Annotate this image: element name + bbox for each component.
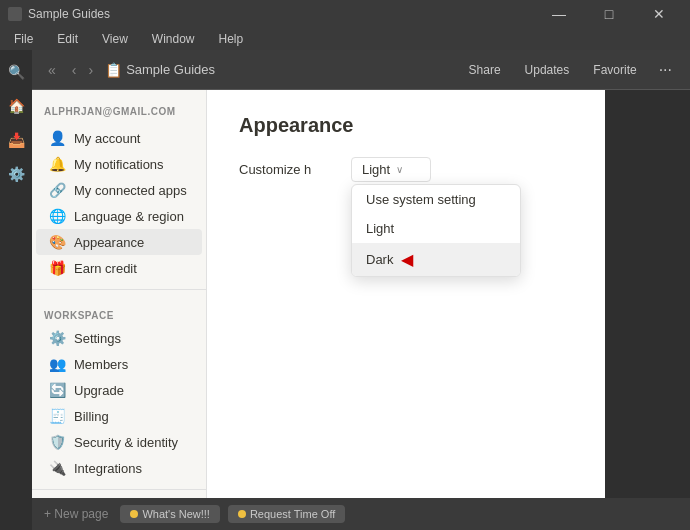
theme-current-value: Light [362,162,390,177]
maximize-button[interactable]: □ [586,0,632,28]
sidebar-item-connected-apps[interactable]: 🔗 My connected apps [36,177,202,203]
menu-file[interactable]: File [8,30,39,48]
sidebar-item-earn-credit[interactable]: 🎁 Earn credit [36,255,202,281]
favorite-button[interactable]: Favorite [585,60,644,80]
right-panel [605,90,690,498]
sidebar-item-account[interactable]: 👤 My account [36,125,202,151]
app-icon [8,7,22,21]
account-label: My account [74,131,140,146]
breadcrumb: 📋 Sample Guides [105,62,452,78]
back-button[interactable]: ‹ [68,60,81,80]
bottom-bar: + New page What's New!!! Request Time Of… [32,498,690,530]
sidebar-divider-2 [32,489,206,490]
customize-label: Customize h [239,162,339,177]
menu-help[interactable]: Help [213,30,250,48]
share-button[interactable]: Share [461,60,509,80]
billing-icon: 🧾 [48,408,66,424]
new-page-button[interactable]: + New page [44,507,108,521]
sidebar-item-billing[interactable]: 🧾 Billing [36,403,202,429]
tab-dot-whats-new [130,510,138,518]
connected-apps-label: My connected apps [74,183,187,198]
sidebar-item-notifications[interactable]: 🔔 My notifications [36,151,202,177]
settings-label: Settings [74,331,121,346]
theme-dropdown-menu: Use system setting Light Dark ◀ [351,184,521,277]
sidebar-icon-inbox[interactable]: 📥 [2,126,30,154]
sidebar-item-appearance[interactable]: 🎨 Appearance [36,229,202,255]
upgrade-icon: 🔄 [48,382,66,398]
sidebar-icon-search[interactable]: 🔍 [2,58,30,86]
tab-whats-new[interactable]: What's New!!! [120,505,220,523]
nav-arrows: ‹ › [68,60,97,80]
sidebar-icon-home[interactable]: 🏠 [2,92,30,120]
dropdown-item-dark[interactable]: Dark ◀ [352,243,520,276]
top-nav: « ‹ › 📋 Sample Guides Share Updates Favo… [32,50,690,90]
page-icon: 📋 [105,62,122,78]
integrations-icon: 🔌 [48,460,66,476]
security-icon: 🛡️ [48,434,66,450]
security-label: Security & identity [74,435,178,450]
minimize-button[interactable]: — [536,0,582,28]
settings-page-title: Appearance [239,114,573,137]
new-page-label: + New page [44,507,108,521]
menu-bar: File Edit View Window Help [0,28,690,50]
user-email: ALPHRJAN@GMAIL.COM [32,102,206,125]
upgrade-label: Upgrade [74,383,124,398]
menu-view[interactable]: View [96,30,134,48]
members-icon: 👥 [48,356,66,372]
updates-button[interactable]: Updates [517,60,578,80]
sidebar-item-language[interactable]: 🌐 Language & region [36,203,202,229]
tab-dot-request [238,510,246,518]
tab-whats-new-label: What's New!!! [142,508,210,520]
page-title: Sample Guides [126,62,215,77]
account-icon: 👤 [48,130,66,146]
content-pane: ALPHRJAN@GMAIL.COM 👤 My account 🔔 My not… [32,90,690,498]
sidebar-item-security[interactable]: 🛡️ Security & identity [36,429,202,455]
tab-request-label: Request Time Off [250,508,335,520]
page-tabs: What's New!!! Request Time Off [120,505,678,523]
title-bar: Sample Guides — □ ✕ [0,0,690,28]
app-container: 🔍 🏠 📥 ⚙️ « ‹ › 📋 Sample Guides Share Upd… [0,50,690,530]
language-icon: 🌐 [48,208,66,224]
settings-icon: ⚙️ [48,330,66,346]
menu-window[interactable]: Window [146,30,201,48]
forward-button[interactable]: › [84,60,97,80]
workspace-section-label: WORKSPACE [32,298,206,325]
settings-main: Appearance Customize h Light ∨ Use syste… [207,90,605,498]
dropdown-item-system[interactable]: Use system setting [352,185,520,214]
notifications-label: My notifications [74,157,164,172]
settings-sidebar: ALPHRJAN@GMAIL.COM 👤 My account 🔔 My not… [32,90,207,498]
app-title: Sample Guides [28,7,110,21]
more-options-button[interactable]: ··· [653,59,678,81]
members-label: Members [74,357,128,372]
language-label: Language & region [74,209,184,224]
sidebar-item-upgrade[interactable]: 🔄 Upgrade [36,377,202,403]
close-button[interactable]: ✕ [636,0,682,28]
sidebar-item-settings[interactable]: ⚙️ Settings [36,325,202,351]
earn-credit-label: Earn credit [74,261,137,276]
theme-dropdown: Light ∨ Use system setting Light Dark ◀ [351,157,431,182]
menu-edit[interactable]: Edit [51,30,84,48]
earn-credit-icon: 🎁 [48,260,66,276]
main-area: « ‹ › 📋 Sample Guides Share Updates Favo… [32,50,690,530]
notifications-icon: 🔔 [48,156,66,172]
selected-arrow-icon: ◀ [401,250,413,269]
connected-apps-icon: 🔗 [48,182,66,198]
theme-setting-row: Customize h Light ∨ Use system setting L… [239,157,573,182]
integrations-label: Integrations [74,461,142,476]
icon-sidebar: 🔍 🏠 📥 ⚙️ [0,50,32,530]
sidebar-item-members[interactable]: 👥 Members [36,351,202,377]
dropdown-item-light[interactable]: Light [352,214,520,243]
tab-request-time-off[interactable]: Request Time Off [228,505,345,523]
top-nav-actions: Share Updates Favorite ··· [461,59,678,81]
collapse-button[interactable]: « [44,60,60,80]
sidebar-divider [32,289,206,290]
sidebar-icon-settings[interactable]: ⚙️ [2,160,30,188]
appearance-icon: 🎨 [48,234,66,250]
theme-dropdown-button[interactable]: Light ∨ [351,157,431,182]
sidebar-item-integrations[interactable]: 🔌 Integrations [36,455,202,481]
window-controls: — □ ✕ [536,0,682,28]
appearance-label: Appearance [74,235,144,250]
dark-label: Dark [366,252,393,267]
billing-label: Billing [74,409,109,424]
dropdown-arrow-icon: ∨ [396,164,403,175]
